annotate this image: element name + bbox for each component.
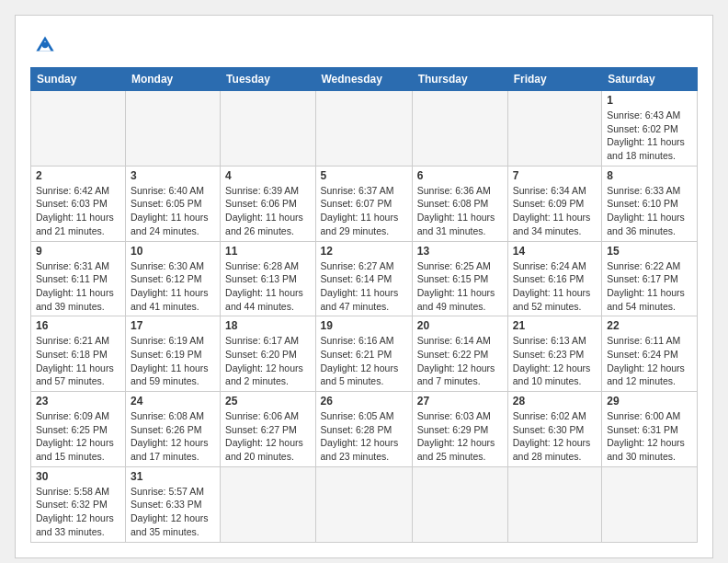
day-info: Sunrise: 6:19 AM Sunset: 6:19 PM Dayligh…	[131, 334, 215, 388]
day-number: 5	[321, 169, 407, 182]
calendar-cell	[602, 466, 698, 542]
day-info: Sunrise: 6:25 AM Sunset: 6:15 PM Dayligh…	[417, 259, 503, 314]
calendar-table: SundayMondayTuesdayWednesdayThursdayFrid…	[30, 67, 698, 543]
day-number: 30	[36, 470, 120, 483]
day-info: Sunrise: 6:02 AM Sunset: 6:30 PM Dayligh…	[513, 409, 597, 464]
day-number: 12	[321, 245, 407, 258]
calendar-cell: 9Sunrise: 6:31 AM Sunset: 6:11 PM Daylig…	[31, 241, 126, 316]
day-info: Sunrise: 6:31 AM Sunset: 6:11 PM Dayligh…	[36, 259, 120, 314]
calendar-cell: 7Sunrise: 6:34 AM Sunset: 6:09 PM Daylig…	[507, 166, 602, 241]
calendar-cell: 27Sunrise: 6:03 AM Sunset: 6:29 PM Dayli…	[412, 392, 507, 467]
day-info: Sunrise: 6:28 AM Sunset: 6:13 PM Dayligh…	[225, 259, 310, 314]
day-info: Sunrise: 6:40 AM Sunset: 6:05 PM Dayligh…	[131, 184, 215, 238]
week-row-4: 23Sunrise: 6:09 AM Sunset: 6:25 PM Dayli…	[31, 392, 698, 467]
calendar-cell: 5Sunrise: 6:37 AM Sunset: 6:07 PM Daylig…	[315, 166, 412, 241]
day-number: 23	[36, 395, 120, 408]
day-number: 28	[513, 395, 597, 408]
day-number: 16	[36, 319, 120, 332]
calendar-cell	[507, 91, 602, 167]
calendar-cell: 17Sunrise: 6:19 AM Sunset: 6:19 PM Dayli…	[125, 316, 220, 392]
weekday-header-friday: Friday	[507, 68, 602, 91]
day-info: Sunrise: 6:27 AM Sunset: 6:14 PM Dayligh…	[321, 259, 407, 314]
weekday-header-saturday: Saturday	[602, 68, 698, 91]
day-number: 1	[607, 94, 692, 107]
calendar-cell: 31Sunrise: 5:57 AM Sunset: 6:33 PM Dayli…	[125, 466, 220, 542]
weekday-header-wednesday: Wednesday	[315, 68, 412, 91]
day-number: 13	[417, 245, 503, 258]
calendar-cell: 11Sunrise: 6:28 AM Sunset: 6:13 PM Dayli…	[221, 241, 315, 316]
logo	[30, 30, 63, 60]
day-info: Sunrise: 6:06 AM Sunset: 6:27 PM Dayligh…	[225, 409, 310, 464]
weekday-header-row: SundayMondayTuesdayWednesdayThursdayFrid…	[31, 68, 698, 91]
day-number: 17	[131, 319, 215, 332]
calendar-cell: 19Sunrise: 6:16 AM Sunset: 6:21 PM Dayli…	[315, 316, 412, 392]
calendar-cell	[221, 466, 315, 542]
calendar-cell: 16Sunrise: 6:21 AM Sunset: 6:18 PM Dayli…	[31, 316, 126, 392]
day-number: 11	[225, 245, 310, 258]
day-info: Sunrise: 6:22 AM Sunset: 6:17 PM Dayligh…	[607, 259, 692, 314]
week-row-1: 2Sunrise: 6:42 AM Sunset: 6:03 PM Daylig…	[31, 166, 698, 241]
calendar-cell: 23Sunrise: 6:09 AM Sunset: 6:25 PM Dayli…	[31, 392, 126, 467]
day-info: Sunrise: 6:37 AM Sunset: 6:07 PM Dayligh…	[321, 184, 407, 238]
calendar-cell: 20Sunrise: 6:14 AM Sunset: 6:22 PM Dayli…	[412, 316, 507, 392]
svg-point-3	[42, 42, 48, 48]
day-info: Sunrise: 5:57 AM Sunset: 6:33 PM Dayligh…	[131, 485, 215, 539]
day-number: 26	[321, 395, 407, 408]
weekday-header-thursday: Thursday	[412, 68, 507, 91]
week-row-3: 16Sunrise: 6:21 AM Sunset: 6:18 PM Dayli…	[31, 316, 698, 392]
calendar-cell	[31, 91, 126, 167]
calendar-cell: 24Sunrise: 6:08 AM Sunset: 6:26 PM Dayli…	[125, 392, 220, 467]
calendar-cell: 28Sunrise: 6:02 AM Sunset: 6:30 PM Dayli…	[507, 392, 602, 467]
day-info: Sunrise: 6:13 AM Sunset: 6:23 PM Dayligh…	[513, 334, 597, 388]
day-info: Sunrise: 6:24 AM Sunset: 6:16 PM Dayligh…	[513, 259, 597, 314]
day-info: Sunrise: 6:08 AM Sunset: 6:26 PM Dayligh…	[131, 409, 215, 464]
calendar-cell: 25Sunrise: 6:06 AM Sunset: 6:27 PM Dayli…	[221, 392, 315, 467]
calendar-cell: 14Sunrise: 6:24 AM Sunset: 6:16 PM Dayli…	[507, 241, 602, 316]
day-number: 29	[607, 395, 692, 408]
weekday-header-sunday: Sunday	[31, 68, 126, 91]
calendar-cell: 6Sunrise: 6:36 AM Sunset: 6:08 PM Daylig…	[412, 166, 507, 241]
day-info: Sunrise: 6:43 AM Sunset: 6:02 PM Dayligh…	[607, 109, 692, 163]
day-number: 6	[417, 169, 503, 182]
day-info: Sunrise: 5:58 AM Sunset: 6:32 PM Dayligh…	[36, 485, 120, 539]
logo-icon	[30, 30, 60, 60]
day-info: Sunrise: 6:33 AM Sunset: 6:10 PM Dayligh…	[607, 184, 692, 238]
day-number: 9	[36, 245, 120, 258]
week-row-5: 30Sunrise: 5:58 AM Sunset: 6:32 PM Dayli…	[31, 466, 698, 542]
day-number: 2	[36, 169, 120, 182]
day-number: 15	[607, 245, 692, 258]
day-number: 20	[417, 319, 503, 332]
calendar-cell: 8Sunrise: 6:33 AM Sunset: 6:10 PM Daylig…	[602, 166, 698, 241]
day-info: Sunrise: 6:00 AM Sunset: 6:31 PM Dayligh…	[607, 409, 692, 464]
calendar-cell: 10Sunrise: 6:30 AM Sunset: 6:12 PM Dayli…	[125, 241, 220, 316]
day-number: 25	[225, 395, 310, 408]
day-number: 10	[131, 245, 215, 258]
calendar-cell: 1Sunrise: 6:43 AM Sunset: 6:02 PM Daylig…	[602, 91, 698, 167]
day-number: 31	[131, 470, 215, 483]
weekday-header-monday: Monday	[125, 68, 220, 91]
day-info: Sunrise: 6:16 AM Sunset: 6:21 PM Dayligh…	[321, 334, 407, 388]
week-row-0: 1Sunrise: 6:43 AM Sunset: 6:02 PM Daylig…	[31, 91, 698, 167]
week-row-2: 9Sunrise: 6:31 AM Sunset: 6:11 PM Daylig…	[31, 241, 698, 316]
day-number: 8	[607, 169, 692, 182]
calendar-cell: 22Sunrise: 6:11 AM Sunset: 6:24 PM Dayli…	[602, 316, 698, 392]
day-number: 14	[513, 245, 597, 258]
calendar-cell	[315, 91, 412, 167]
day-info: Sunrise: 6:39 AM Sunset: 6:06 PM Dayligh…	[225, 184, 310, 238]
calendar-cell: 18Sunrise: 6:17 AM Sunset: 6:20 PM Dayli…	[221, 316, 315, 392]
day-info: Sunrise: 6:42 AM Sunset: 6:03 PM Dayligh…	[36, 184, 120, 238]
day-number: 27	[417, 395, 503, 408]
header-row	[30, 30, 698, 60]
calendar-cell: 15Sunrise: 6:22 AM Sunset: 6:17 PM Dayli…	[602, 241, 698, 316]
day-number: 4	[225, 169, 310, 182]
day-info: Sunrise: 6:11 AM Sunset: 6:24 PM Dayligh…	[607, 334, 692, 388]
day-info: Sunrise: 6:03 AM Sunset: 6:29 PM Dayligh…	[417, 409, 503, 464]
day-number: 24	[131, 395, 215, 408]
calendar-cell	[221, 91, 315, 167]
day-number: 18	[225, 319, 310, 332]
day-info: Sunrise: 6:34 AM Sunset: 6:09 PM Dayligh…	[513, 184, 597, 238]
calendar-cell: 2Sunrise: 6:42 AM Sunset: 6:03 PM Daylig…	[31, 166, 126, 241]
calendar-cell: 29Sunrise: 6:00 AM Sunset: 6:31 PM Dayli…	[602, 392, 698, 467]
calendar-cell: 3Sunrise: 6:40 AM Sunset: 6:05 PM Daylig…	[125, 166, 220, 241]
calendar-cell: 26Sunrise: 6:05 AM Sunset: 6:28 PM Dayli…	[315, 392, 412, 467]
